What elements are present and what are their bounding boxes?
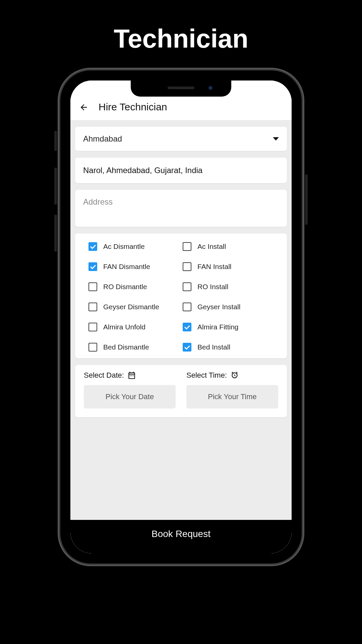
checkbox-ac-dismantle[interactable] — [88, 242, 97, 251]
service-item-ac-dismantle: Ac Dismantle — [88, 242, 179, 251]
checkbox-geyser-install[interactable] — [183, 303, 191, 311]
checkbox-bed-dismantle[interactable] — [88, 343, 97, 352]
service-item-almira-fitting: Almira Fitting — [183, 323, 274, 331]
arrow-left-icon — [79, 103, 88, 112]
service-label: RO Dismantle — [103, 283, 147, 291]
checkbox-geyser-dismantle[interactable] — [88, 303, 97, 311]
services-list: Ac DismantleAc InstallFAN DismantleFAN I… — [75, 233, 287, 358]
service-item-ro-install: RO Install — [183, 282, 274, 291]
location-value: Narol, Ahmedabad, Gujarat, India — [83, 166, 202, 175]
service-label: Almira Unfold — [103, 323, 145, 331]
phone-side-button — [305, 174, 308, 225]
service-label: FAN Install — [197, 263, 232, 271]
page-title: Technician — [0, 0, 362, 54]
service-item-bed-install: Bed Install — [183, 343, 274, 352]
phone-notch — [131, 80, 231, 97]
checkbox-fan-dismantle[interactable] — [88, 262, 97, 271]
chevron-down-icon — [273, 137, 279, 141]
checkbox-fan-install[interactable] — [183, 262, 191, 271]
checkbox-almira-fitting[interactable] — [183, 323, 191, 331]
address-input[interactable]: Address — [75, 190, 287, 227]
phone-side-button — [54, 215, 57, 252]
service-item-almira-unfold: Almira Unfold — [88, 323, 179, 331]
city-dropdown[interactable]: Ahmdabad — [75, 127, 287, 151]
service-item-ro-dismantle: RO Dismantle — [88, 282, 179, 291]
service-label: Almira Fitting — [197, 323, 239, 331]
app-root: Hire Technician Ahmdabad Narol, Ahmedaba… — [70, 80, 292, 553]
checkbox-almira-unfold[interactable] — [88, 323, 97, 331]
service-item-geyser-dismantle: Geyser Dismantle — [88, 303, 179, 311]
checkbox-ac-install[interactable] — [183, 242, 191, 251]
select-time-label: Select Time: — [186, 371, 278, 380]
service-label: FAN Dismantle — [103, 263, 150, 271]
checkbox-bed-install[interactable] — [183, 343, 191, 352]
calendar-icon — [127, 371, 136, 380]
address-placeholder: Address — [83, 197, 113, 206]
phone-side-button — [54, 168, 57, 205]
service-label: RO Install — [197, 283, 228, 291]
header-title: Hire Technician — [99, 101, 167, 113]
service-label: Ac Dismantle — [103, 243, 145, 251]
time-label-text: Select Time: — [186, 371, 227, 380]
service-label: Bed Dismantle — [103, 343, 149, 351]
book-request-button[interactable]: Book Request — [70, 520, 292, 553]
pick-time-button[interactable]: Pick Your Time — [186, 385, 278, 409]
service-label: Ac Install — [197, 243, 226, 251]
phone-side-button — [54, 131, 57, 151]
pick-date-button[interactable]: Pick Your Date — [84, 385, 176, 409]
location-field[interactable]: Narol, Ahmedabad, Gujarat, India — [75, 158, 287, 183]
service-item-geyser-install: Geyser Install — [183, 303, 274, 311]
phone-frame: Hire Technician Ahmdabad Narol, Ahmedaba… — [60, 70, 302, 564]
service-item-fan-install: FAN Install — [183, 262, 274, 271]
checkbox-ro-dismantle[interactable] — [88, 282, 97, 291]
service-label: Bed Install — [197, 343, 230, 351]
service-label: Geyser Dismantle — [103, 303, 159, 311]
clock-icon — [230, 371, 239, 380]
content-area: Ahmdabad Narol, Ahmedabad, Gujarat, Indi… — [70, 120, 292, 520]
service-label: Geyser Install — [197, 303, 240, 311]
service-item-fan-dismantle: FAN Dismantle — [88, 262, 179, 271]
back-button[interactable] — [78, 102, 89, 113]
checkbox-ro-install[interactable] — [183, 282, 191, 291]
select-date-label: Select Date: — [84, 371, 176, 380]
city-selected-label: Ahmdabad — [83, 134, 122, 144]
service-item-ac-install: Ac Install — [183, 242, 274, 251]
date-label-text: Select Date: — [84, 371, 124, 380]
datetime-section: Select Date: Pick Your Date Select Time:… — [75, 365, 287, 417]
service-item-bed-dismantle: Bed Dismantle — [88, 343, 179, 352]
